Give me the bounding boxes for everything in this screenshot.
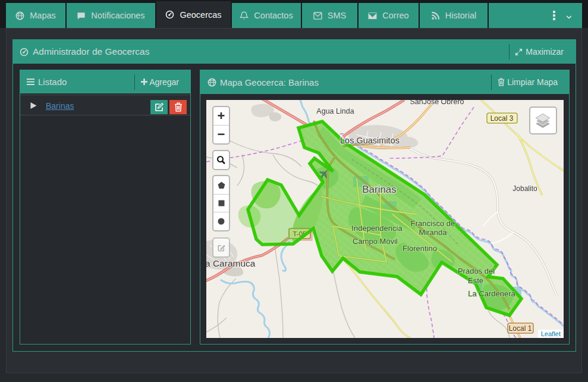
svg-text:Campo Móvil: Campo Móvil — [353, 237, 398, 246]
svg-text:Prados del: Prados del — [458, 267, 495, 275]
svg-text:Francisco de: Francisco de — [411, 219, 455, 228]
svg-text:Florentino: Florentino — [403, 244, 437, 253]
svg-text:Miranda: Miranda — [419, 228, 448, 237]
svg-text:SanJose Obrero: SanJose Obrero — [410, 100, 464, 106]
svg-text:Independencia: Independencia — [351, 224, 403, 233]
svg-text:Barinas: Barinas — [362, 184, 397, 195]
svg-text:a Caramuca: a Caramuca — [206, 258, 256, 268]
svg-text:Los Guasimitos: Los Guasimitos — [340, 136, 400, 145]
svg-text:Jobalito: Jobalito — [512, 184, 537, 193]
svg-text:Agua Linda: Agua Linda — [316, 107, 354, 115]
svg-text:Este: Este — [468, 276, 483, 285]
svg-text:Local 1: Local 1 — [509, 324, 532, 333]
svg-text:Local 3: Local 3 — [490, 114, 514, 123]
svg-text:La Cardenera: La Cardenera — [468, 289, 515, 298]
